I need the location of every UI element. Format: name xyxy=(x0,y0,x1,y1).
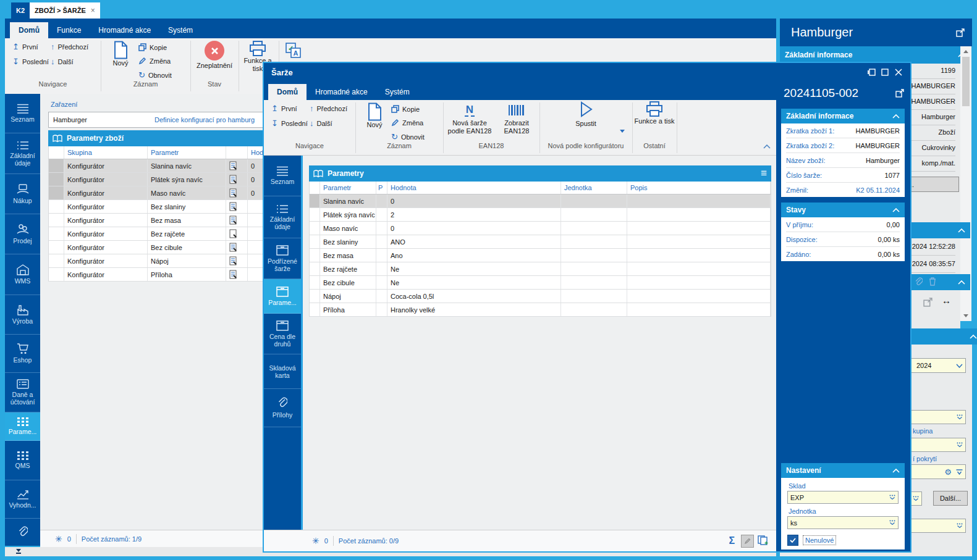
table-row[interactable]: Slanina navíc0 xyxy=(309,194,771,208)
dialog-refresh-button[interactable]: ↻ Obnovit xyxy=(391,132,425,141)
dialog-sidebar-seznam[interactable]: Seznam xyxy=(264,156,301,196)
paperclip-icon[interactable] xyxy=(915,277,923,287)
document-tab[interactable]: ZBOŽÍ > ŠARŽE × xyxy=(30,2,100,19)
dialog-copy-button[interactable]: Kopie xyxy=(391,105,420,113)
dialog-print-functions-button[interactable]: Funkce a tisk xyxy=(633,101,675,125)
dialog-sidebar-cena-dle-druhu[interactable]: Cena dle druhů xyxy=(264,314,301,354)
dialog-first-button[interactable]: ↥První xyxy=(271,105,297,112)
maximize-icon[interactable] xyxy=(878,66,892,78)
sidebar-item-qms[interactable]: QMS xyxy=(5,441,40,480)
change-button[interactable]: Změna xyxy=(138,57,171,65)
collapse-bottom-icon[interactable] xyxy=(16,549,21,554)
sklad-combo[interactable]: EXP xyxy=(787,491,899,504)
column-parametr[interactable]: Parametr xyxy=(320,182,376,194)
sidebar-item-prilohy[interactable] xyxy=(5,519,40,546)
dialog-new-button[interactable]: Nový xyxy=(360,102,389,129)
external-link-icon[interactable] xyxy=(923,298,933,307)
gear-icon[interactable]: ⚙ xyxy=(944,467,952,477)
dialog-tab-domu[interactable]: Domů xyxy=(268,84,307,100)
table-row[interactable]: Bez masaAno xyxy=(309,249,771,262)
table-row[interactable]: Plátek sýra navíc2 xyxy=(309,208,771,222)
basic-info-header[interactable]: Základní informace xyxy=(781,109,905,123)
dropdown-arrow-icon[interactable] xyxy=(620,130,625,133)
sidebar-item-vyhodnoceni[interactable]: Vyhodn... xyxy=(5,480,40,519)
chevron-up-icon[interactable] xyxy=(892,114,900,119)
column-p[interactable]: P xyxy=(376,182,387,194)
translation-button[interactable]: ✓A xyxy=(284,42,303,61)
next-button[interactable]: ↓Další xyxy=(51,58,74,65)
add-copy-icon[interactable] xyxy=(758,535,769,546)
checkbox-checked[interactable] xyxy=(787,535,798,546)
ribbon-tab-system[interactable]: Systém xyxy=(159,22,201,38)
sidebar-item-vyroba[interactable]: Výroba xyxy=(5,295,40,335)
sidebar-item-wms[interactable]: WMS xyxy=(5,254,40,295)
column-parametr[interactable]: Parametr xyxy=(148,146,226,159)
sum-icon[interactable]: Σ xyxy=(729,535,735,546)
first-button[interactable]: ↥První xyxy=(12,43,38,51)
chevron-up-icon[interactable] xyxy=(958,280,965,285)
k2-logo-tab[interactable]: K2 xyxy=(11,2,30,19)
sidebar-item-dane-a-uctovani[interactable]: Daně a účtování xyxy=(5,373,40,412)
dialog-change-button[interactable]: Změna xyxy=(391,119,423,127)
trash-icon[interactable] xyxy=(929,277,936,286)
resize-icon[interactable]: ↔ xyxy=(942,295,951,306)
show-ean128-button[interactable]: Zobrazit EAN128 xyxy=(495,105,538,135)
dialog-next-button[interactable]: ↓Další xyxy=(310,120,332,127)
new-button[interactable]: Nový xyxy=(106,41,135,67)
table-row[interactable]: Bez slaninyANO xyxy=(309,235,771,249)
run-button[interactable]: Spustit xyxy=(542,101,630,128)
sidebar-item-seznam[interactable]: Seznam xyxy=(5,94,40,133)
table-row[interactable]: Maso navíc0 xyxy=(309,222,771,235)
more-button[interactable]: .. xyxy=(906,177,959,192)
parametry-table-columns[interactable]: Parametr P Hodnota Jednotka Popis xyxy=(309,182,771,194)
dialog-title-bar[interactable]: Šarže xyxy=(264,63,910,81)
column-jednotka[interactable]: Jednotka xyxy=(561,182,627,194)
refresh-button[interactable]: ↻ Obnovit xyxy=(138,70,172,80)
table-row[interactable]: Bez rajčeteNe xyxy=(309,262,771,276)
chevron-up-icon[interactable] xyxy=(892,469,900,473)
sidebar-item-nakup[interactable]: Nákup xyxy=(5,174,40,214)
nastaveni-header[interactable]: Nastavení xyxy=(781,463,905,478)
chevron-up-icon[interactable] xyxy=(892,208,900,212)
sidebar-item-eshop[interactable]: Eshop xyxy=(5,335,40,373)
stavy-header[interactable]: Stavy xyxy=(781,203,905,217)
copy-button[interactable]: Kopie xyxy=(138,43,167,51)
table-menu-icon[interactable]: ≡ xyxy=(761,167,767,180)
table-row[interactable]: Bez cibuleNe xyxy=(309,276,771,290)
section-zakladni-informace[interactable]: Základní informace xyxy=(780,46,970,64)
dialog-sidebar-podrizene-sarze[interactable]: Podřízené šarže xyxy=(264,238,301,279)
ribbon-tab-domu[interactable]: Domů xyxy=(10,22,48,38)
chevron-up-icon[interactable] xyxy=(970,335,977,339)
edit-disabled-button[interactable] xyxy=(741,535,754,548)
previous-button[interactable]: ↑Předchozí xyxy=(51,43,88,51)
column-popis[interactable]: Popis xyxy=(627,182,771,194)
ribbon-tab-funkce[interactable]: Funkce xyxy=(48,22,90,38)
close-icon[interactable] xyxy=(892,66,905,78)
external-link-icon[interactable] xyxy=(956,28,965,37)
jednotka-combo[interactable]: ks xyxy=(787,516,899,529)
table-row[interactable]: NápojCoca-cola 0,5l xyxy=(309,290,771,303)
scrollbar-thumb[interactable] xyxy=(962,57,970,106)
dialog-previous-button[interactable]: ↑Předchozí xyxy=(310,105,347,112)
filter-icon[interactable] xyxy=(956,469,963,475)
sidebar-item-zakladni-udaje[interactable]: Základní údaje xyxy=(5,133,40,174)
sidebar-item-parametry[interactable]: Parame... xyxy=(5,412,40,441)
next-filter-button[interactable]: Další... xyxy=(933,491,968,506)
chevron-up-icon[interactable] xyxy=(958,228,965,233)
table-row[interactable]: PřílohaHranolky velké xyxy=(309,303,771,317)
column-hodnota[interactable]: Hodnota xyxy=(387,182,561,194)
dialog-sidebar-parametry[interactable]: Parame... xyxy=(264,279,301,314)
dialog-tab-system[interactable]: Systém xyxy=(376,84,418,100)
last-button[interactable]: ↧Poslední xyxy=(12,58,49,65)
dialog-sidebar-zakladni-udaje[interactable]: Základní údaje xyxy=(264,196,301,238)
dock-window-icon[interactable] xyxy=(865,66,878,78)
column-skupina[interactable]: Skupina xyxy=(64,146,148,159)
invalidate-button[interactable]: Zneplatnění xyxy=(192,41,237,70)
dialog-last-button[interactable]: ↧Poslední xyxy=(271,120,308,127)
sidebar-item-prodej[interactable]: Prodej xyxy=(5,214,40,254)
checkbox-label[interactable]: Nenulové xyxy=(803,535,836,545)
collapse-ribbon-chevron-icon[interactable] xyxy=(763,144,771,149)
ribbon-tab-hromadne-akce[interactable]: Hromadné akce xyxy=(90,22,159,38)
external-link-icon[interactable] xyxy=(895,89,904,98)
dialog-tab-hromadne-akce[interactable]: Hromadné akce xyxy=(307,84,376,100)
